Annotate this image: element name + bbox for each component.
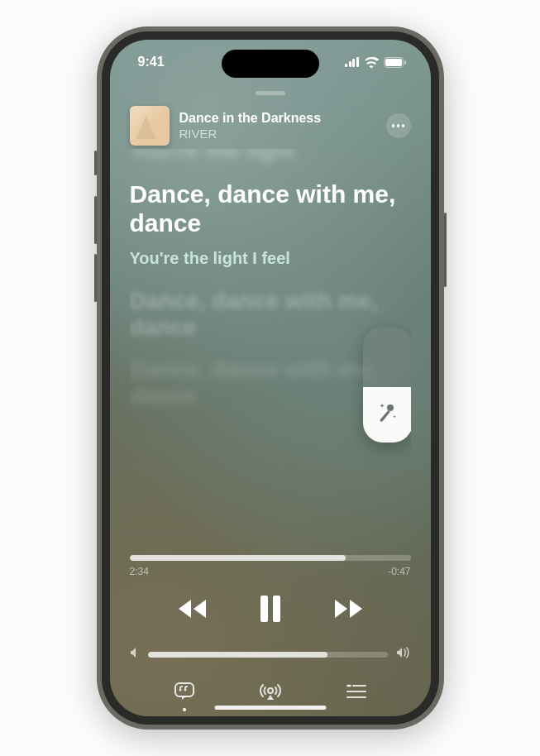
album-art[interactable] — [130, 106, 170, 146]
track-title: Dance in the Darkness — [179, 111, 376, 126]
silence-switch — [94, 151, 97, 175]
screen: 9:41 Dance — [110, 40, 431, 716]
playback-progress-fill — [130, 555, 346, 561]
time-remaining: -0:47 — [388, 566, 410, 577]
next-button[interactable] — [332, 598, 365, 620]
sing-vocal-slider[interactable] — [363, 327, 411, 443]
lyric-line-next: You're the light I feel — [130, 249, 411, 268]
now-playing-content: Dance in the Darkness RIVER You're the l… — [110, 106, 431, 716]
svg-rect-5 — [273, 596, 280, 622]
volume-down-button — [94, 254, 97, 302]
playback-scrubber[interactable] — [130, 555, 411, 561]
pause-button[interactable] — [259, 596, 282, 622]
lyric-line-previous: You're the light — [130, 149, 411, 164]
time-labels: 2:34 -0:47 — [130, 566, 411, 577]
volume-high-icon — [396, 647, 411, 662]
sing-slider-fill — [363, 387, 411, 443]
status-icons — [345, 57, 406, 68]
previous-button[interactable] — [176, 598, 209, 620]
home-indicator[interactable] — [214, 706, 326, 710]
power-button — [444, 213, 447, 287]
track-artist: RIVER — [179, 127, 376, 141]
volume-row — [130, 647, 411, 662]
phone-frame: 9:41 Dance — [97, 26, 444, 730]
volume-up-button — [94, 196, 97, 244]
svg-rect-4 — [260, 596, 268, 622]
active-indicator-dot — [183, 708, 186, 711]
playback-controls — [130, 596, 411, 622]
svg-rect-2 — [404, 60, 406, 65]
microphone-sparkle-icon — [377, 402, 399, 427]
more-button[interactable] — [386, 113, 411, 138]
svg-point-7 — [179, 689, 181, 691]
svg-point-8 — [184, 689, 186, 691]
battery-icon — [384, 57, 406, 68]
lyrics-button[interactable] — [174, 682, 195, 705]
svg-rect-1 — [385, 59, 402, 66]
ellipsis-icon — [392, 124, 395, 127]
sheet-grabber[interactable] — [256, 91, 285, 95]
status-time: 9:41 — [138, 55, 165, 69]
bottom-actions — [130, 682, 411, 705]
svg-point-3 — [387, 404, 394, 411]
volume-fill — [148, 652, 328, 658]
lyrics-view[interactable]: You're the light Dance, dance with me, d… — [130, 149, 411, 552]
progress-section: 2:34 -0:47 — [130, 555, 411, 577]
lyric-line-current: Dance, dance with me, dance — [130, 180, 411, 237]
svg-point-9 — [268, 688, 273, 693]
track-meta[interactable]: Dance in the Darkness RIVER — [179, 111, 376, 141]
wifi-icon — [364, 57, 379, 68]
phone-bezel: 9:41 Dance — [102, 31, 439, 725]
airplay-button[interactable] — [260, 682, 281, 704]
time-elapsed: 2:34 — [130, 566, 149, 577]
dynamic-island — [222, 50, 319, 78]
cellular-signal-icon — [345, 57, 359, 67]
queue-button[interactable] — [346, 683, 367, 703]
volume-slider[interactable] — [148, 652, 388, 658]
track-header: Dance in the Darkness RIVER — [130, 106, 411, 146]
volume-low-icon — [130, 647, 140, 662]
